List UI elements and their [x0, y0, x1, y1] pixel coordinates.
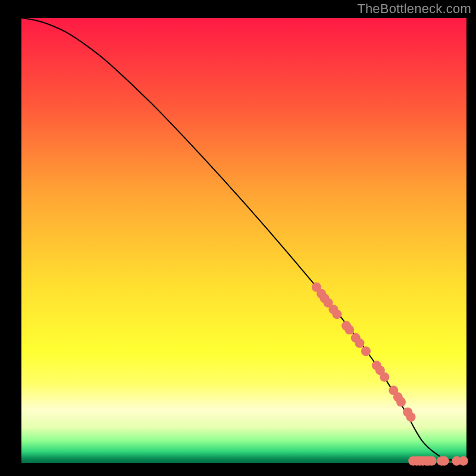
data-marker: [332, 309, 342, 319]
data-marker: [406, 412, 416, 422]
data-marker: [345, 325, 354, 334]
plot-overlay: [21, 18, 466, 463]
data-marker: [380, 372, 389, 382]
data-marker: [440, 456, 449, 466]
data-marker: [355, 339, 364, 348]
plot-frame: [21, 18, 466, 463]
data-marker: [459, 456, 468, 466]
data-marker: [427, 456, 437, 466]
watermark-text: TheBottleneck.com: [357, 1, 471, 17]
chart-stage: TheBottleneck.com: [0, 0, 476, 476]
marker-group: [312, 283, 468, 466]
data-marker: [396, 397, 406, 407]
data-marker: [361, 346, 371, 356]
